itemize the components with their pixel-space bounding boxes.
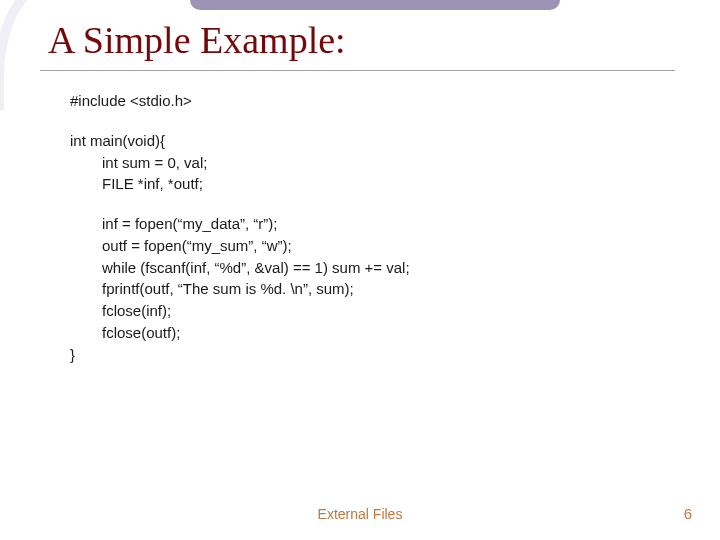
top-accent-bar xyxy=(190,0,560,10)
corner-decoration xyxy=(0,0,34,110)
code-line: #include <stdio.h> xyxy=(70,90,410,112)
code-line: int main(void){ xyxy=(70,130,410,152)
code-line: inf = fopen(“my_data”, “r”); xyxy=(70,213,410,235)
code-block: #include <stdio.h> int main(void){ int s… xyxy=(70,90,410,365)
code-line: FILE *inf, *outf; xyxy=(70,173,410,195)
code-line: fclose(outf); xyxy=(70,322,410,344)
page-number: 6 xyxy=(684,505,692,522)
code-line: outf = fopen(“my_sum”, “w”); xyxy=(70,235,410,257)
code-line: fprintf(outf, “The sum is %d. \n”, sum); xyxy=(70,278,410,300)
title-underline xyxy=(40,70,675,71)
code-line: fclose(inf); xyxy=(70,300,410,322)
code-line: int sum = 0, val; xyxy=(70,152,410,174)
code-line: } xyxy=(70,344,410,366)
slide: A Simple Example: #include <stdio.h> int… xyxy=(0,0,720,540)
code-line: while (fscanf(inf, “%d”, &val) == 1) sum… xyxy=(70,257,410,279)
slide-title: A Simple Example: xyxy=(48,18,346,62)
footer-title: External Files xyxy=(0,506,720,522)
